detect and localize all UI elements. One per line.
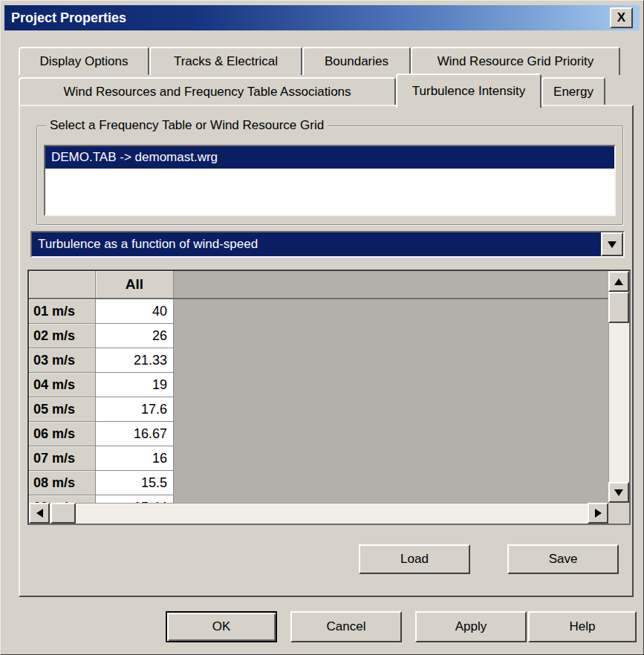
- value-cell[interactable]: 15.5: [96, 471, 174, 495]
- vertical-scrollbar[interactable]: [608, 271, 629, 503]
- close-icon[interactable]: X: [610, 7, 633, 28]
- turbulence-mode-combobox[interactable]: Turbulence as a function of wind-speed: [30, 231, 625, 258]
- frequency-table-listbox: DEMO.TAB -> demomast.wrg: [44, 145, 616, 216]
- grid-header-row: All: [29, 271, 608, 299]
- chevron-down-icon: [608, 241, 617, 248]
- table-row: 02 m/s26: [29, 324, 608, 348]
- arrow-left-icon: [36, 509, 43, 518]
- frequency-table-group-box: Select a Frequency Table or Wind Resourc…: [36, 126, 623, 225]
- row-label-cell: 01 m/s: [29, 299, 96, 324]
- table-row: 06 m/s16.67: [29, 422, 608, 446]
- table-row: 05 m/s17.6: [29, 397, 608, 422]
- table-row: 07 m/s16: [29, 446, 608, 471]
- tab-tracks-electrical[interactable]: Tracks & Electrical: [149, 47, 302, 75]
- tab-page-turbulence-intensity: Select a Frequency Table or Wind Resourc…: [19, 105, 634, 597]
- combobox-dropdown-button[interactable]: [601, 232, 623, 256]
- tab-wind-resource-grid-priority[interactable]: Wind Resource Grid Priority: [411, 47, 620, 75]
- value-cell[interactable]: 21.33: [96, 348, 174, 373]
- tab-display-options[interactable]: Display Options: [19, 47, 149, 75]
- group-box-label: Select a Frequency Table or Wind Resourc…: [46, 118, 328, 133]
- tab-row-bottom: Wind Resources and Frequency Table Assoc…: [19, 75, 605, 105]
- table-row: 09 m/s15.44: [29, 495, 608, 503]
- value-cell[interactable]: 17.6: [96, 397, 174, 422]
- table-row: 01 m/s40: [29, 299, 608, 324]
- row-label-cell: 03 m/s: [29, 348, 96, 373]
- table-row: 03 m/s21.33: [29, 348, 608, 373]
- load-button[interactable]: Load: [359, 544, 470, 574]
- help-button[interactable]: Help: [528, 611, 637, 642]
- table-row: 04 m/s19: [29, 373, 608, 397]
- value-cell[interactable]: 16: [96, 446, 174, 471]
- project-properties-dialog: Project Properties X Display OptionsTrac…: [0, 0, 644, 655]
- row-label-cell: 08 m/s: [29, 471, 96, 495]
- value-cell[interactable]: 15.44: [96, 495, 174, 503]
- arrow-up-icon: [614, 278, 623, 285]
- grid-rows: 01 m/s4002 m/s2603 m/s21.3304 m/s1905 m/…: [29, 299, 608, 503]
- grid-area: All 01 m/s4002 m/s2603 m/s21.3304 m/s190…: [29, 271, 608, 503]
- value-cell[interactable]: 19: [96, 373, 174, 397]
- row-label-cell: 09 m/s: [29, 495, 96, 503]
- scroll-up-button[interactable]: [608, 271, 629, 292]
- table-row: 08 m/s15.5: [29, 471, 608, 495]
- ok-button[interactable]: OK: [166, 611, 277, 642]
- grid-all-header-cell: All: [96, 271, 174, 298]
- save-button[interactable]: Save: [507, 544, 619, 574]
- horizontal-scrollbar-thumb[interactable]: [51, 503, 76, 524]
- row-label-cell: 06 m/s: [29, 422, 96, 446]
- scrollbar-corner: [608, 503, 629, 524]
- row-label-cell: 05 m/s: [29, 397, 96, 422]
- row-label-cell: 07 m/s: [29, 446, 96, 471]
- row-label-cell: 02 m/s: [29, 324, 96, 348]
- combobox-value: Turbulence as a function of wind-speed: [32, 232, 601, 256]
- tab-energy[interactable]: Energy: [541, 77, 605, 105]
- scroll-down-button[interactable]: [608, 482, 629, 503]
- value-cell[interactable]: 16.67: [96, 422, 174, 446]
- arrow-down-icon: [614, 489, 623, 496]
- window-title: Project Properties: [4, 10, 126, 26]
- tab-row-top: Display OptionsTracks & ElectricalBounda…: [19, 47, 620, 75]
- title-bar[interactable]: Project Properties X: [4, 5, 640, 30]
- apply-button[interactable]: Apply: [415, 611, 527, 642]
- arrow-right-icon: [595, 509, 602, 518]
- tab-boundaries[interactable]: Boundaries: [302, 47, 411, 75]
- turbulence-data-grid: All 01 m/s4002 m/s2603 m/s21.3304 m/s190…: [27, 270, 631, 525]
- scroll-right-button[interactable]: [588, 503, 608, 524]
- vertical-scrollbar-thumb[interactable]: [608, 292, 629, 323]
- tab-turbulence-intensity[interactable]: Turbulence Intensity: [396, 74, 541, 108]
- value-cell[interactable]: 40: [96, 299, 174, 324]
- scroll-left-button[interactable]: [29, 503, 50, 524]
- horizontal-scrollbar[interactable]: [29, 503, 608, 524]
- row-label-cell: 04 m/s: [29, 373, 96, 397]
- value-cell[interactable]: 26: [96, 324, 174, 348]
- grid-corner-header-cell: [29, 271, 96, 298]
- tab-wind-resources-and-frequency-table-associations[interactable]: Wind Resources and Frequency Table Assoc…: [19, 77, 396, 105]
- list-item[interactable]: DEMO.TAB -> demomast.wrg: [45, 146, 614, 169]
- cancel-button[interactable]: Cancel: [290, 611, 402, 642]
